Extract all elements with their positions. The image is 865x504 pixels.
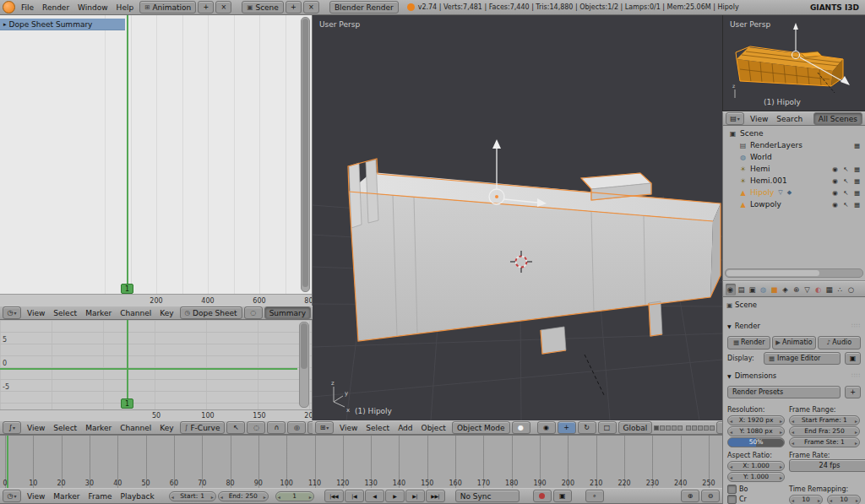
properties-tab-physics[interactable]: ○ xyxy=(846,284,857,295)
outliner-item-renderlayers[interactable]: ▤RenderLayers▦ xyxy=(723,139,865,151)
panel-grip-icon[interactable]: ∷∷ xyxy=(851,322,861,329)
stepper-decrement-icon[interactable]: ◂ xyxy=(730,428,732,434)
tl-menu-view[interactable]: View xyxy=(23,491,49,501)
remap-new-field[interactable]: ◂10▸ xyxy=(827,495,861,504)
graph-menu-view[interactable]: View xyxy=(23,423,49,433)
dimensions-panel-header[interactable]: ▼ Dimensions ∷∷ xyxy=(727,371,861,380)
scrollbar-thumb[interactable] xyxy=(301,323,307,369)
renderable-icon[interactable]: ▦ xyxy=(851,142,862,149)
stepper-increment-icon[interactable]: ▸ xyxy=(780,463,782,469)
outliner-item-hemi[interactable]: ☀Hemi◉↖▦ xyxy=(723,163,865,175)
layer-dot[interactable] xyxy=(698,425,703,431)
outliner-scrollbar[interactable] xyxy=(725,268,863,278)
stepper-increment-icon[interactable]: ▸ xyxy=(211,493,214,499)
render-presets-dropdown[interactable]: Render Presets xyxy=(727,386,841,398)
layer-dot[interactable] xyxy=(686,425,691,431)
topbar-menu-window[interactable]: Window xyxy=(73,3,112,13)
graph-ruler[interactable]: 50100150200 xyxy=(0,409,313,420)
properties-tab-object-data[interactable]: ▽ xyxy=(802,284,813,295)
properties-tab-texture[interactable]: ▦ xyxy=(824,284,835,295)
graph-menu-select[interactable]: Select xyxy=(49,423,81,433)
play-button[interactable]: ▶ xyxy=(385,490,405,502)
frame-end-field[interactable]: ◂ End: 250 ▸ xyxy=(218,491,269,501)
trailer-model[interactable] xyxy=(348,159,721,354)
renderable-icon[interactable]: ▦ xyxy=(851,177,862,185)
current-frame-line[interactable] xyxy=(127,320,128,398)
tl-menu-marker[interactable]: Marker xyxy=(49,491,84,501)
stepper-increment-icon[interactable]: ▸ xyxy=(780,417,782,423)
manipulator-translate-icon[interactable]: + xyxy=(558,421,576,434)
layer-dot[interactable] xyxy=(654,425,659,431)
ghost-filter-icon[interactable]: ◌ xyxy=(244,306,263,319)
remap-old-field[interactable]: ◂10▸ xyxy=(789,495,823,504)
out-menu-search[interactable]: Search xyxy=(772,114,807,124)
insert-keyframe-icon[interactable]: ⊕ xyxy=(681,490,699,502)
panel-expand-icon[interactable]: ▼ xyxy=(727,323,732,329)
panel-grip-icon[interactable]: ∷∷ xyxy=(851,372,861,379)
delete-layout-button[interactable]: × xyxy=(215,1,231,14)
properties-tab-modifiers[interactable]: ⊕ xyxy=(792,284,802,295)
stepper-decrement-icon[interactable]: ◂ xyxy=(220,493,223,499)
manipulator-scale-icon[interactable]: □ xyxy=(598,421,617,434)
timeline[interactable]: 0102030405060708090100110120130140150160… xyxy=(0,435,722,488)
expand-icon[interactable]: ▸ xyxy=(3,21,7,28)
scrollbar-thumb[interactable] xyxy=(302,19,308,287)
stepper-decrement-icon[interactable]: ◂ xyxy=(830,496,832,502)
mode-dropdown[interactable]: Object Mode xyxy=(452,421,510,434)
checkbox-icon[interactable] xyxy=(727,485,737,494)
current-frame-badge[interactable]: 1 xyxy=(121,284,133,294)
ghost-curve-icon[interactable]: ◌ xyxy=(247,421,265,434)
stepper-decrement-icon[interactable]: ◂ xyxy=(792,496,794,502)
tl-menu-playback[interactable]: Playback xyxy=(117,491,159,501)
manipulator-rotate-icon[interactable]: ↻ xyxy=(578,421,596,434)
dope-menu-marker[interactable]: Marker xyxy=(81,308,116,318)
layer-dot[interactable] xyxy=(672,425,677,431)
selectable-icon[interactable]: ↖ xyxy=(841,189,851,197)
properties-tab-world[interactable]: ◍ xyxy=(759,284,769,295)
layer-dot[interactable] xyxy=(666,425,671,431)
layer-dot[interactable] xyxy=(710,425,715,431)
jump-to-start-button[interactable]: |◀◀ xyxy=(324,490,344,502)
stepper-increment-icon[interactable]: ▸ xyxy=(264,493,266,499)
sync-dropdown[interactable]: No Sync xyxy=(455,490,520,502)
viewport-3d[interactable]: zyx User Persp (1) Hipoly xyxy=(313,15,722,420)
crop-checkbox[interactable]: Cr xyxy=(727,495,785,504)
layer-dot[interactable] xyxy=(677,425,683,431)
outliner-scope-dropdown[interactable]: All Scenes xyxy=(813,112,862,125)
jump-to-end-button[interactable]: ▶▶| xyxy=(426,490,445,502)
keying-set-icon[interactable]: ∘ xyxy=(585,490,604,502)
vp-menu-add[interactable]: Add xyxy=(394,423,416,433)
prev-keyframe-button[interactable]: |◀ xyxy=(345,490,364,502)
out-menu-view[interactable]: View xyxy=(746,114,772,124)
stepper-increment-icon[interactable]: ▸ xyxy=(818,496,820,502)
visible-icon[interactable]: ◉ xyxy=(830,189,841,197)
auto-keying-set-icon[interactable]: ▣ xyxy=(553,490,572,502)
add-preset-button[interactable]: + xyxy=(845,386,861,398)
dope-menu-view[interactable]: View xyxy=(23,308,49,318)
editor-type-button[interactable]: ◷ ▾ xyxy=(3,490,21,502)
dope-menu-key[interactable]: Key xyxy=(155,308,177,318)
orientation-dropdown[interactable]: Global xyxy=(618,421,653,434)
pivot-center-icon[interactable]: ◉ xyxy=(537,421,556,434)
render-panel-header[interactable]: ▼ Render ∷∷ xyxy=(727,322,861,330)
stepper-decrement-icon[interactable]: ◂ xyxy=(278,493,280,499)
stepper-decrement-icon[interactable]: ◂ xyxy=(730,474,732,480)
display-lock-icon[interactable]: ▣ xyxy=(845,352,861,365)
summary-toggle[interactable]: Summary xyxy=(264,306,312,319)
stepper-increment-icon[interactable]: ▸ xyxy=(856,496,858,502)
outliner-item-hemi.001[interactable]: ☀Hemi.001◉↖▦ xyxy=(723,175,865,187)
vp-menu-select[interactable]: Select xyxy=(362,423,394,433)
graph-menu-channel[interactable]: Channel xyxy=(116,423,155,433)
play-reverse-button[interactable]: ◀ xyxy=(365,490,384,502)
layer-dot[interactable] xyxy=(704,425,709,431)
layer-dot[interactable] xyxy=(692,425,697,431)
outliner-item-scene[interactable]: ▣Scene xyxy=(723,127,865,139)
current-frame-line[interactable] xyxy=(127,15,128,284)
next-keyframe-button[interactable]: ▶| xyxy=(405,490,425,502)
resolution-x-field[interactable]: ◂X: 1920 px▸ xyxy=(727,415,785,425)
selectable-icon[interactable]: ↖ xyxy=(841,165,851,173)
screen-layout-selector[interactable]: ⊞ Animation xyxy=(139,1,196,14)
current-frame-badge[interactable]: 1 xyxy=(121,398,133,409)
vp-menu-object[interactable]: Object xyxy=(417,423,450,433)
properties-tab-material[interactable]: ◐ xyxy=(813,284,824,295)
